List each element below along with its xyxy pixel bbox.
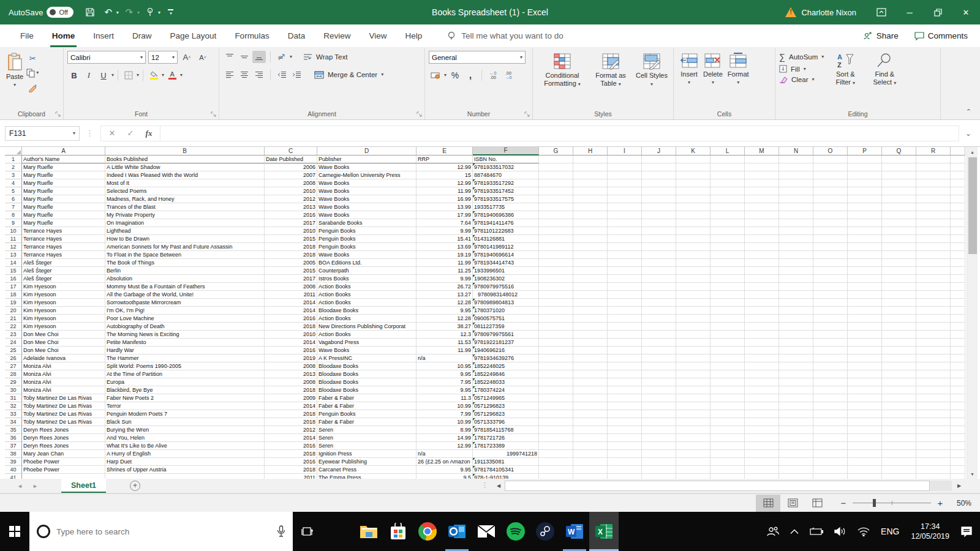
cell[interactable]: 9.5 <box>417 474 473 479</box>
column-header-N[interactable]: N <box>779 147 813 156</box>
cell[interactable] <box>710 434 745 442</box>
cell[interactable]: Deryn Rees Jones <box>22 426 105 434</box>
cell[interactable] <box>573 179 608 187</box>
cell[interactable] <box>745 402 779 410</box>
cell[interactable]: 9781933517032 <box>473 163 539 171</box>
cell[interactable] <box>848 386 882 394</box>
page-break-view-button[interactable] <box>805 495 829 512</box>
column-header-F[interactable]: F <box>473 147 539 156</box>
cell[interactable] <box>676 195 710 203</box>
decrease-indent-button[interactable] <box>275 69 288 81</box>
cell[interactable] <box>916 442 951 450</box>
column-header-C[interactable]: C <box>265 147 317 156</box>
cell[interactable] <box>608 410 642 418</box>
cell[interactable] <box>745 474 779 479</box>
cell[interactable] <box>608 163 642 171</box>
cell[interactable]: 16.99 <box>417 195 473 203</box>
font-color-dropdown-icon[interactable]: ▾ <box>180 73 183 78</box>
row-header-7[interactable]: 7 <box>5 203 22 211</box>
cell[interactable] <box>813 171 848 179</box>
cell[interactable] <box>882 179 916 187</box>
column-header-A[interactable]: A <box>22 147 105 156</box>
taskbar-search[interactable] <box>29 512 293 551</box>
cell[interactable]: Eyewear Publishing <box>317 458 417 466</box>
cell[interactable] <box>779 474 813 479</box>
cell[interactable] <box>916 347 951 354</box>
cell[interactable] <box>676 275 710 283</box>
cell[interactable]: 2014 <box>265 339 317 347</box>
cell[interactable]: 2018 <box>265 450 317 458</box>
cell[interactable] <box>779 267 813 275</box>
cell[interactable]: Don Mee Choi <box>22 339 105 347</box>
column-header-D[interactable]: D <box>317 147 417 156</box>
cell[interactable]: Moniza Alvi <box>22 386 105 394</box>
cell[interactable] <box>916 291 951 299</box>
increase-indent-button[interactable] <box>290 69 303 81</box>
cell[interactable] <box>848 179 882 187</box>
cell[interactable] <box>573 171 608 179</box>
cell[interactable] <box>882 283 916 291</box>
cell[interactable] <box>779 307 813 315</box>
cell[interactable] <box>676 378 710 386</box>
cell[interactable] <box>608 442 642 450</box>
cell[interactable]: Mommy Must Be a Fountain of Feathers <box>105 283 265 291</box>
cell[interactable] <box>779 458 813 466</box>
copy-dropdown-icon[interactable]: ▾ <box>36 70 39 75</box>
cell[interactable]: Bloodaxe Books <box>317 362 417 370</box>
cell[interactable]: 9780979975561 <box>473 331 539 339</box>
cell[interactable] <box>779 163 813 171</box>
cell[interactable]: Faber & Faber <box>317 402 417 410</box>
cell[interactable]: Penguin Books <box>317 227 417 235</box>
cell[interactable]: 2018 <box>265 386 317 394</box>
cell[interactable] <box>848 474 882 479</box>
cell[interactable]: 9781941411476 <box>473 219 539 227</box>
cell[interactable] <box>813 267 848 275</box>
cell[interactable] <box>642 386 676 394</box>
cell[interactable] <box>779 347 813 354</box>
touch-mode-dropdown-icon[interactable]: ▾ <box>158 10 160 15</box>
cell[interactable]: Toby Martinez De Las Rivas <box>22 410 105 418</box>
cell[interactable]: American Sonnets for My Past and Future … <box>105 243 265 251</box>
cell[interactable] <box>745 386 779 394</box>
cell[interactable] <box>608 179 642 187</box>
cell[interactable]: 0571296823 <box>473 410 539 418</box>
cell[interactable]: Seren <box>317 434 417 442</box>
row-header-13[interactable]: 13 <box>5 251 22 259</box>
cell[interactable] <box>745 450 779 458</box>
row-header-35[interactable]: 35 <box>5 426 22 434</box>
cell[interactable]: Phoebe Power <box>22 466 105 474</box>
font-size-select[interactable]: 12▾ <box>148 51 178 64</box>
cell[interactable] <box>779 331 813 339</box>
cell[interactable] <box>676 251 710 259</box>
cell[interactable]: Action Books <box>317 291 417 299</box>
orientation-dropdown-icon[interactable]: ▾ <box>290 54 292 59</box>
collapse-ribbon-button[interactable]: ⌃ <box>966 108 971 116</box>
cell[interactable] <box>813 219 848 227</box>
cell[interactable] <box>573 354 608 362</box>
cell[interactable] <box>745 203 779 211</box>
cell[interactable] <box>882 434 916 442</box>
row-header-16[interactable]: 16 <box>5 275 22 283</box>
cell[interactable] <box>779 378 813 386</box>
cell[interactable] <box>608 323 642 331</box>
cell[interactable] <box>573 259 608 267</box>
cell[interactable] <box>882 259 916 267</box>
customize-qat-button[interactable]: ▾ <box>163 4 179 20</box>
cell[interactable]: Carnegie-Mellon University Press <box>317 171 417 179</box>
cell[interactable] <box>848 442 882 450</box>
cell[interactable]: 26 (£2.25 on Amazon <box>417 458 473 466</box>
cell[interactable] <box>779 227 813 235</box>
cell[interactable] <box>779 370 813 378</box>
cell[interactable]: Shrines of Upper Austria <box>105 466 265 474</box>
cell[interactable] <box>642 243 676 251</box>
cell[interactable] <box>539 378 573 386</box>
cell[interactable]: 1780374224 <box>473 386 539 394</box>
column-header-P[interactable]: P <box>848 147 882 156</box>
row-header-8[interactable]: 8 <box>5 211 22 219</box>
cell[interactable] <box>848 410 882 418</box>
cell[interactable]: 9781934639276 <box>473 354 539 362</box>
cell[interactable] <box>951 227 965 235</box>
cell[interactable] <box>882 418 916 426</box>
row-header-24[interactable]: 24 <box>5 339 22 347</box>
cell[interactable] <box>813 283 848 291</box>
